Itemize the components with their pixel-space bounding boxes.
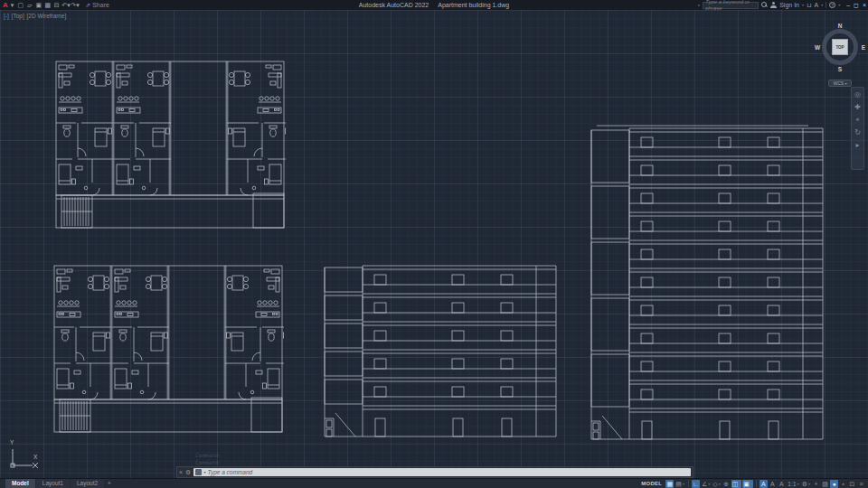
viewport-visual-style-control[interactable]: [2D Wireframe] <box>27 13 67 19</box>
minimize-button[interactable]: – <box>846 2 850 8</box>
tab-layout2[interactable]: Layout2 <box>71 479 104 488</box>
grid-icon[interactable]: ▦ <box>665 480 674 488</box>
save-as-icon[interactable]: ▩ <box>43 1 52 10</box>
annotation-autoscale-icon[interactable]: A <box>769 480 777 488</box>
share-icon: ⇗ <box>85 2 90 9</box>
viewcube-west[interactable]: W <box>815 44 820 51</box>
user-icon[interactable] <box>770 2 777 9</box>
pan-icon[interactable]: ✚ <box>854 103 861 111</box>
quick-access-toolbar: ▢▱▣▩⊟↶▾↷▾ <box>16 1 79 10</box>
share-button[interactable]: ⇗ Share <box>85 2 109 9</box>
building-section-front <box>323 264 558 438</box>
close-button[interactable]: × <box>863 2 866 8</box>
autocad-window: A ▾ ▢▱▣▩⊟↶▾↷▾ ⇗ Share Autodesk AutoCAD 2… <box>0 0 868 488</box>
showmotion-icon[interactable]: ▸ <box>855 141 859 149</box>
graphics-performance-icon[interactable]: ● <box>830 480 838 488</box>
ucs-x-label: X <box>33 454 37 460</box>
app-menu-caret-icon[interactable]: ▾ <box>11 2 14 9</box>
status-toolbar: MODEL ▦▤▾∟∠▾◇▾⊕◫▾▣▾AAA1:1▾⚙▾+▨●▪⊡≡ <box>641 480 868 488</box>
search-icon[interactable] <box>761 2 768 8</box>
zoom-extents-icon[interactable]: ⌖ <box>855 116 860 124</box>
sign-in-button[interactable]: Sign In <box>779 2 799 8</box>
open-folder-icon[interactable]: ▱ <box>25 1 33 10</box>
viewcube-north[interactable]: N <box>816 23 863 29</box>
viewcube-east[interactable]: E <box>862 44 865 51</box>
command-input[interactable]: ▾ Type a command <box>193 468 691 476</box>
command-close-icon[interactable]: × <box>179 467 183 477</box>
autodesk-app-caret-icon[interactable]: ▾ <box>821 3 823 7</box>
workspace-gear-icon[interactable]: ⚙▾ <box>801 480 811 488</box>
viewcube-top-face[interactable]: TOP <box>832 39 848 55</box>
undo-icon[interactable]: ↶▾ <box>61 1 70 10</box>
customize-menu-icon[interactable]: ≡ <box>857 480 865 488</box>
help-icon[interactable]: ? <box>829 2 835 8</box>
redo-icon[interactable]: ↷▾ <box>71 1 79 10</box>
help-caret-icon[interactable]: ▾ <box>838 3 840 7</box>
polar-tracking-icon[interactable]: ∠▾ <box>701 480 711 488</box>
osnap-icon[interactable]: ◫▾ <box>731 480 742 488</box>
ucs-icon: Y X <box>5 442 45 471</box>
otrack-icon[interactable]: ⊕ <box>722 480 731 488</box>
steering-wheel-icon[interactable]: ◎ <box>854 90 861 99</box>
building-elevation-side <box>590 125 825 441</box>
new-layout-button[interactable]: + <box>105 479 114 488</box>
command-customize-icon[interactable]: ⚙ <box>185 467 191 477</box>
isodraft-icon[interactable]: ◇▾ <box>712 480 721 488</box>
status-divider <box>688 480 689 487</box>
autodesk-app-icon[interactable]: A <box>814 2 818 8</box>
recent-commands-icon[interactable] <box>195 469 202 475</box>
float-window-icon[interactable]: ⊡ <box>848 480 856 488</box>
search-expand-caret-icon[interactable]: ▸ <box>698 3 700 7</box>
viewcube-south[interactable]: S <box>816 66 863 72</box>
customize-plus-icon[interactable]: + <box>812 480 820 488</box>
isolate-hatch-icon[interactable]: ▨ <box>821 480 829 488</box>
model-space-canvas[interactable]: [-] [Top] [2D Wireframe] N S W E TOP WCS… <box>0 10 868 478</box>
tab-layout1[interactable]: Layout1 <box>36 479 70 488</box>
recent-commands-caret-icon[interactable]: ▾ <box>203 470 205 474</box>
viewcube[interactable]: N S W E TOP WCS ▾ <box>816 23 863 88</box>
share-label: Share <box>92 2 109 8</box>
annotation-objects-icon[interactable]: ▣▾ <box>742 480 753 488</box>
navigation-bar[interactable]: ◎✚⌖↻▸ <box>851 87 864 170</box>
sign-in-caret-icon[interactable]: ▾ <box>802 3 804 7</box>
annotation-visibility-icon[interactable]: A <box>760 480 768 488</box>
plot-icon[interactable]: ⊟ <box>52 1 61 10</box>
viewport-view-control[interactable]: [Top] <box>12 13 24 19</box>
orbit-icon[interactable]: ↻ <box>854 128 861 136</box>
floor-plan-upper <box>54 60 286 233</box>
new-file-icon[interactable]: ▢ <box>16 1 24 10</box>
tab-model[interactable]: Model <box>5 479 35 488</box>
app-store-cart-icon[interactable]: ⊔ <box>807 2 811 9</box>
title-bar: A ▾ ▢▱▣▩⊟↶▾↷▾ ⇗ Share Autodesk AutoCAD 2… <box>0 0 868 10</box>
ortho-icon[interactable]: ∟ <box>692 480 700 488</box>
status-divider <box>756 480 757 487</box>
isolate-objects-icon[interactable]: ▪ <box>839 480 847 488</box>
floor-plan-lower <box>52 264 284 437</box>
viewport-controls: [-] [Top] [2D Wireframe] <box>4 13 67 19</box>
wcs-dropdown[interactable]: WCS ▾ <box>828 80 852 87</box>
annotation-scale-label[interactable]: 1:1▾ <box>787 480 800 488</box>
titlebar-divider <box>826 2 826 8</box>
command-placeholder: Type a command <box>207 469 252 475</box>
ucs-y-label: Y <box>10 439 14 446</box>
model-space-indicator[interactable]: MODEL <box>641 481 662 486</box>
layout-tabs: Model Layout1 Layout2 + <box>5 479 114 488</box>
autocad-logo-icon[interactable]: A <box>3 1 8 10</box>
document-title: Apartment building 1.dwg <box>438 2 509 8</box>
restore-button[interactable]: ◻ <box>854 2 859 9</box>
annotation-icon[interactable]: A <box>778 480 786 488</box>
search-input[interactable]: Type a keyword or phrase <box>703 2 759 9</box>
command-history: Command: Command: <box>195 452 222 466</box>
command-line-palette[interactable]: × ⚙ ▾ Type a command <box>176 466 693 478</box>
snap-icon[interactable]: ▤▾ <box>675 480 685 488</box>
status-bar: Model Layout1 Layout2 + MODEL ▦▤▾∟∠▾◇▾⊕◫… <box>0 478 868 488</box>
save-icon[interactable]: ▣ <box>34 1 42 10</box>
viewport-menu-control[interactable]: [-] <box>4 13 9 19</box>
